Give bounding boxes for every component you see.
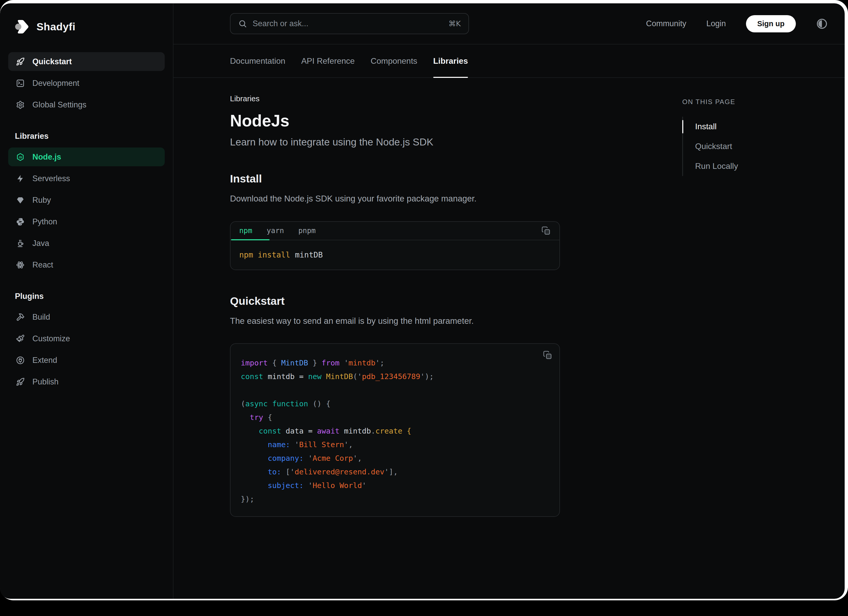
sidebar-item-java[interactable]: Java: [8, 234, 165, 252]
tab-api-reference[interactable]: API Reference: [301, 45, 354, 77]
code-lines: import { MintDB } from 'mintdb';const mi…: [241, 356, 549, 506]
toc-item-quickstart[interactable]: Quickstart: [683, 137, 836, 156]
tab-documentation[interactable]: Documentation: [230, 45, 285, 77]
content-area: Libraries NodeJs Learn how to integrate …: [173, 78, 845, 599]
nodejs-icon: JS: [16, 153, 25, 162]
install-code-block: npm yarn pnpm npm install mintDB: [230, 221, 560, 270]
active-tab-underline: [231, 239, 270, 240]
code-tab-yarn[interactable]: yarn: [267, 226, 284, 235]
install-description: Download the Node.js SDK using your favo…: [230, 193, 560, 205]
rocket-icon: [16, 57, 25, 66]
toc-item-install[interactable]: Install: [683, 117, 836, 137]
sidebar-item-label: Quickstart: [33, 57, 72, 66]
sidebar-item-label: Serverless: [33, 174, 70, 183]
react-icon: [16, 261, 25, 269]
copy-icon: [541, 226, 551, 235]
sidebar-item-quickstart[interactable]: Quickstart: [8, 52, 165, 71]
copy-button[interactable]: [543, 350, 552, 360]
sidebar-section-plugins: Plugins: [15, 292, 165, 301]
sidebar-item-label: Customize: [33, 334, 70, 343]
sidebar-item-global-settings[interactable]: Global Settings: [8, 95, 165, 114]
quickstart-description: The easiest way to send an email is by u…: [230, 315, 560, 327]
code-tab-bar: npm yarn pnpm: [230, 222, 559, 240]
sidebar-item-nodejs[interactable]: JS Node.js: [8, 147, 165, 166]
sidebar-item-label: Development: [33, 79, 79, 88]
signup-button[interactable]: Sign up: [746, 15, 796, 33]
breadcrumb: Libraries: [230, 94, 560, 103]
brand-name: Shadyfi: [37, 21, 76, 33]
sidebar-item-react[interactable]: React: [8, 255, 165, 274]
gear-icon: [16, 101, 25, 109]
topbar-links: Community Login Sign up: [646, 15, 828, 33]
main-column: Search or ask... ⌘K Community Login Sign…: [173, 3, 845, 599]
sidebar: Shadyfi Quickstart Development: [0, 3, 173, 599]
sidebar-item-label: Extend: [33, 356, 57, 365]
tab-label: Components: [371, 56, 417, 66]
java-icon: [16, 239, 25, 248]
sidebar-item-development[interactable]: Development: [8, 74, 165, 92]
on-this-page: ON THIS PAGE Install Quickstart Run Loca…: [682, 94, 836, 599]
brand-logo-icon: [14, 19, 30, 35]
code-content: import { MintDB } from 'mintdb';const mi…: [230, 344, 559, 516]
sidebar-item-python[interactable]: Python: [8, 212, 165, 231]
toc-title: ON THIS PAGE: [682, 98, 836, 106]
quickstart-heading: Quickstart: [230, 295, 560, 307]
search-icon: [238, 19, 247, 28]
toc-item-run-locally[interactable]: Run Locally: [683, 156, 836, 176]
sidebar-item-label: Node.js: [33, 152, 61, 162]
sidebar-item-publish[interactable]: Publish: [8, 373, 165, 391]
install-heading: Install: [230, 172, 560, 185]
tab-components[interactable]: Components: [371, 45, 417, 77]
code-tab-npm[interactable]: npm: [239, 226, 252, 235]
search-placeholder: Search or ask...: [253, 19, 443, 28]
sidebar-item-label: Global Settings: [33, 100, 86, 110]
tab-label: API Reference: [301, 56, 354, 66]
plug-icon: [16, 356, 25, 365]
search-input[interactable]: Search or ask... ⌘K: [230, 13, 469, 34]
paintbrush-icon: [16, 334, 25, 343]
brand-logo[interactable]: Shadyfi: [14, 19, 165, 35]
sidebar-item-label: Python: [33, 217, 57, 226]
tab-libraries[interactable]: Libraries: [433, 45, 468, 77]
login-link[interactable]: Login: [706, 19, 726, 28]
sidebar-item-ruby[interactable]: Ruby: [8, 191, 165, 209]
sidebar-item-build[interactable]: Build: [8, 307, 165, 327]
search-shortcut: ⌘K: [448, 19, 461, 28]
copy-icon: [543, 350, 552, 360]
theme-toggle-icon[interactable]: [816, 18, 828, 30]
article: Libraries NodeJs Learn how to integrate …: [230, 94, 560, 599]
sidebar-item-label: Java: [33, 239, 49, 248]
sidebar-item-label: React: [33, 260, 53, 270]
tab-bar: Documentation API Reference Components L…: [173, 45, 845, 78]
quickstart-code-block: import { MintDB } from 'mintdb';const mi…: [230, 343, 560, 517]
lightning-icon: [16, 174, 25, 183]
sidebar-section-libraries: Libraries: [15, 132, 165, 141]
svg-text:JS: JS: [18, 156, 22, 159]
hammer-icon: [16, 313, 25, 322]
gem-icon: [16, 196, 25, 205]
tab-label: Documentation: [230, 56, 285, 66]
topbar: Search or ask... ⌘K Community Login Sign…: [173, 3, 845, 45]
code-tab-pnpm[interactable]: pnpm: [298, 226, 316, 235]
app-window: Shadyfi Quickstart Development: [0, 3, 845, 599]
sidebar-item-label: Build: [33, 313, 50, 322]
sidebar-nav: Quickstart Development Global Settings L…: [8, 52, 165, 391]
toc-active-marker: [682, 120, 683, 134]
page-subtitle: Learn how to integrate using the Node.js…: [230, 137, 560, 148]
sidebar-item-label: Publish: [33, 377, 59, 386]
copy-button[interactable]: [541, 226, 551, 235]
page-title: NodeJs: [230, 112, 560, 130]
toc-list: Install Quickstart Run Locally: [682, 117, 836, 176]
sidebar-item-label: Ruby: [33, 196, 51, 205]
code-content: npm install mintDB: [230, 240, 559, 270]
python-icon: [16, 217, 25, 226]
community-link[interactable]: Community: [646, 19, 686, 28]
tab-label: Libraries: [433, 56, 468, 66]
sidebar-item-customize[interactable]: Customize: [8, 329, 165, 348]
sidebar-item-extend[interactable]: Extend: [8, 351, 165, 370]
sidebar-item-serverless[interactable]: Serverless: [8, 169, 165, 188]
rocket-icon: [16, 377, 25, 386]
terminal-icon: [16, 79, 25, 88]
